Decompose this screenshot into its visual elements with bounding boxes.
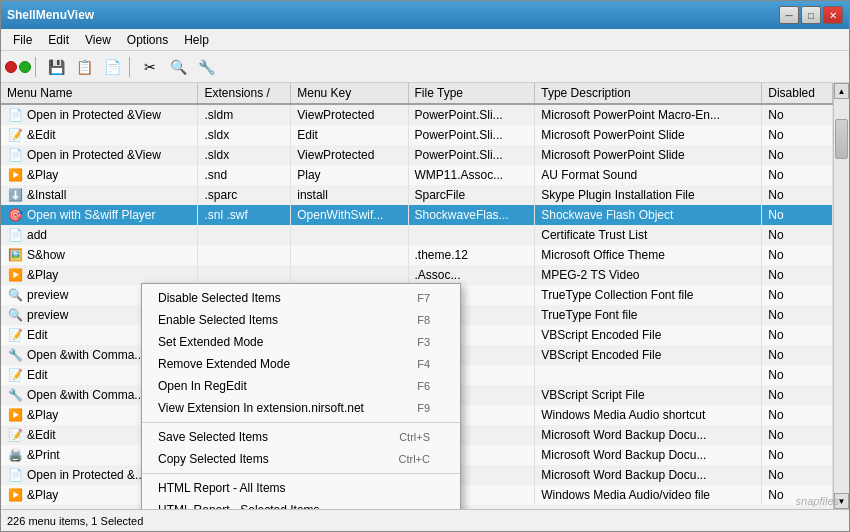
ctx-item-2[interactable]: Set Extended ModeF3 bbox=[142, 331, 460, 353]
cell-menukey: Play bbox=[291, 165, 408, 185]
cell-menukey bbox=[291, 265, 408, 285]
cell-ext: .snl .swf bbox=[198, 205, 291, 225]
copy-button[interactable]: 📋 bbox=[71, 55, 97, 79]
col-extensions[interactable]: Extensions bbox=[198, 83, 291, 104]
cell-menu-name: 📄Open in Protected &View bbox=[1, 104, 198, 125]
cell-disabled: No bbox=[762, 205, 833, 225]
ctx-item-4[interactable]: Open In RegEditF6 bbox=[142, 375, 460, 397]
cell-typedesc: Microsoft Word Backup Docu... bbox=[535, 465, 762, 485]
ctx-item-3[interactable]: Remove Extended ModeF4 bbox=[142, 353, 460, 375]
context-menu: Disable Selected ItemsF7Enable Selected … bbox=[141, 283, 461, 509]
maximize-button[interactable]: □ bbox=[801, 6, 821, 24]
table-row[interactable]: ▶️&Play.sndPlayWMP11.Assoc...AU Format S… bbox=[1, 165, 833, 185]
save-button[interactable]: 💾 bbox=[43, 55, 69, 79]
main-window: ShellMenuView ─ □ ✕ FileEditViewOptionsH… bbox=[0, 0, 850, 532]
close-button[interactable]: ✕ bbox=[823, 6, 843, 24]
cell-menu-name: ▶️&Play bbox=[1, 165, 198, 185]
scroll-up-button[interactable]: ▲ bbox=[834, 83, 849, 99]
menu-edit[interactable]: Edit bbox=[40, 31, 77, 49]
cell-filetype: PowerPoint.Sli... bbox=[408, 145, 535, 165]
cell-disabled: No bbox=[762, 125, 833, 145]
menu-file[interactable]: File bbox=[5, 31, 40, 49]
ctx-item-7[interactable]: Copy Selected ItemsCtrl+C bbox=[142, 448, 460, 470]
row-icon: 🎯 bbox=[7, 207, 23, 223]
row-icon: 📝 bbox=[7, 367, 23, 383]
ctx-item-label: Remove Extended Mode bbox=[158, 357, 290, 371]
cell-typedesc: Microsoft PowerPoint Slide bbox=[535, 145, 762, 165]
cell-menu-name: 🖼️S&how bbox=[1, 245, 198, 265]
ctx-item-label: Disable Selected Items bbox=[158, 291, 281, 305]
report-button[interactable]: 📄 bbox=[99, 55, 125, 79]
ctx-item-shortcut: Ctrl+S bbox=[399, 431, 430, 443]
table-row[interactable]: 📄addCertificate Trust ListNo bbox=[1, 225, 833, 245]
cell-ext bbox=[198, 225, 291, 245]
cell-typedesc: Windows Media Audio shortcut bbox=[535, 405, 762, 425]
table-row[interactable]: ⬇️&Install.sparcinstallSparcFileSkype Pl… bbox=[1, 185, 833, 205]
cell-disabled: No bbox=[762, 265, 833, 285]
cell-menukey: Edit bbox=[291, 125, 408, 145]
cell-typedesc: MPEG-2 TS Video bbox=[535, 265, 762, 285]
scroll-down-button[interactable]: ▼ bbox=[834, 493, 849, 509]
table-row[interactable]: ▶️&Play.Assoc...MPEG-2 TS VideoNo bbox=[1, 265, 833, 285]
cell-filetype: .Assoc... bbox=[408, 265, 535, 285]
ctx-item-6[interactable]: Save Selected ItemsCtrl+S bbox=[142, 426, 460, 448]
cell-disabled: No bbox=[762, 225, 833, 245]
ctx-item-8[interactable]: HTML Report - All Items bbox=[142, 477, 460, 499]
properties-button[interactable]: 🔍 bbox=[165, 55, 191, 79]
col-file-type[interactable]: File Type bbox=[408, 83, 535, 104]
col-type-desc[interactable]: Type Description bbox=[535, 83, 762, 104]
menu-help[interactable]: Help bbox=[176, 31, 217, 49]
table-row[interactable]: 📄Open in Protected &View.sldxViewProtect… bbox=[1, 145, 833, 165]
ctx-item-5[interactable]: View Extension In extension.nirsoft.netF… bbox=[142, 397, 460, 419]
cell-ext: .snd bbox=[198, 165, 291, 185]
vertical-scrollbar[interactable]: ▲ ▼ bbox=[833, 83, 849, 509]
cell-typedesc: Microsoft PowerPoint Macro-En... bbox=[535, 104, 762, 125]
cell-ext: .sldx bbox=[198, 145, 291, 165]
row-icon: 📝 bbox=[7, 427, 23, 443]
table-row[interactable]: 🎯Open with S&wiff Player.snl .swfOpenWit… bbox=[1, 205, 833, 225]
ctx-separator bbox=[142, 422, 460, 423]
table-header: Menu Name Extensions Menu Key File Type … bbox=[1, 83, 833, 104]
ctx-item-1[interactable]: Enable Selected ItemsF8 bbox=[142, 309, 460, 331]
ctx-item-label: Enable Selected Items bbox=[158, 313, 278, 327]
row-icon: ⬇️ bbox=[7, 187, 23, 203]
ctx-item-label: HTML Report - All Items bbox=[158, 481, 286, 495]
row-icon: 📝 bbox=[7, 327, 23, 343]
table-row[interactable]: 📝&Edit.sldxEditPowerPoint.Sli...Microsof… bbox=[1, 125, 833, 145]
cell-menukey: install bbox=[291, 185, 408, 205]
menu-options[interactable]: Options bbox=[119, 31, 176, 49]
cell-typedesc: Skype Plugin Installation File bbox=[535, 185, 762, 205]
cell-disabled: No bbox=[762, 185, 833, 205]
cell-menu-name: ▶️&Play bbox=[1, 265, 198, 285]
cell-menukey bbox=[291, 245, 408, 265]
row-icon: 📄 bbox=[7, 107, 23, 123]
cut-button[interactable]: ✂ bbox=[137, 55, 163, 79]
cell-filetype: ShockwaveFlas... bbox=[408, 205, 535, 225]
cell-filetype: .theme.12 bbox=[408, 245, 535, 265]
col-menu-name[interactable]: Menu Name bbox=[1, 83, 198, 104]
toolbar: 💾 📋 📄 ✂ 🔍 🔧 bbox=[1, 51, 849, 83]
scroll-thumb[interactable] bbox=[835, 119, 848, 159]
col-menu-key[interactable]: Menu Key bbox=[291, 83, 408, 104]
settings-button[interactable]: 🔧 bbox=[193, 55, 219, 79]
minimize-button[interactable]: ─ bbox=[779, 6, 799, 24]
row-icon: ▶️ bbox=[7, 267, 23, 283]
cell-disabled: No bbox=[762, 345, 833, 365]
cell-menu-name: 📄Open in Protected &View bbox=[1, 145, 198, 165]
cell-disabled: No bbox=[762, 365, 833, 385]
cell-typedesc: Microsoft Office Theme bbox=[535, 245, 762, 265]
ctx-item-0[interactable]: Disable Selected ItemsF7 bbox=[142, 287, 460, 309]
row-icon: 🔧 bbox=[7, 347, 23, 363]
cell-typedesc: Certificate Trust List bbox=[535, 225, 762, 245]
cell-menukey: OpenWithSwif... bbox=[291, 205, 408, 225]
cell-disabled: No bbox=[762, 445, 833, 465]
table-row[interactable]: 🖼️S&how.theme.12Microsoft Office ThemeNo bbox=[1, 245, 833, 265]
table-row[interactable]: 📄Open in Protected &View.sldmViewProtect… bbox=[1, 104, 833, 125]
cell-typedesc: Windows Media Audio/video file bbox=[535, 485, 762, 505]
menu-view[interactable]: View bbox=[77, 31, 119, 49]
cell-typedesc: Shockwave Flash Object bbox=[535, 205, 762, 225]
scroll-track[interactable] bbox=[834, 99, 849, 493]
row-icon: 🔍 bbox=[7, 307, 23, 323]
ctx-item-9[interactable]: HTML Report - Selected Items bbox=[142, 499, 460, 509]
col-disabled[interactable]: Disabled bbox=[762, 83, 833, 104]
